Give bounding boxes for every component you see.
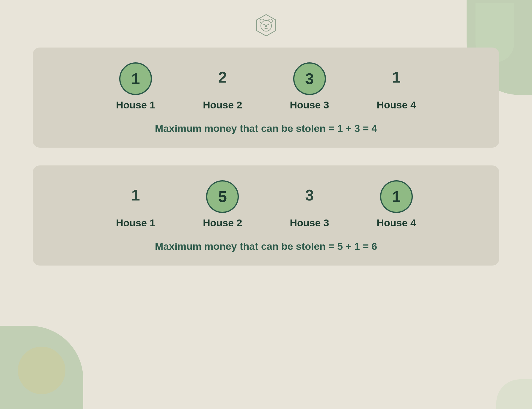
decorative-blob-bottom-right xyxy=(496,379,532,409)
house-1-card2-spacer: 1 xyxy=(119,180,152,213)
house-item-1-card2: 1 House 1 xyxy=(116,180,155,229)
house-item-4-card1: 1 House 4 xyxy=(377,62,416,111)
house-4-card1-value: 1 xyxy=(392,70,401,85)
house-3-card2-label: House 3 xyxy=(290,217,329,229)
house-4-card2-label: House 4 xyxy=(377,217,416,229)
house-1-card1-value: 1 xyxy=(131,70,140,88)
main-content: 1 House 1 2 House 2 3 House 3 xyxy=(33,48,499,266)
house-2-card1-value: 2 xyxy=(218,70,227,85)
house-1-card1-circle: 1 xyxy=(119,62,152,95)
house-4-card1-label: House 4 xyxy=(377,99,416,111)
house-2-card1-spacer: 2 xyxy=(206,62,239,95)
house-3-card1-circle: 3 xyxy=(293,62,326,95)
house-4-card1-spacer: 1 xyxy=(380,62,413,95)
card-1-equation: Maximum money that can be stolen = 1 + 3… xyxy=(51,123,481,134)
card-2-equation: Maximum money that can be stolen = 5 + 1… xyxy=(51,241,481,252)
svg-point-3 xyxy=(263,24,265,25)
house-item-2-card1: 2 House 2 xyxy=(203,62,242,111)
house-item-2-card2: 5 House 2 xyxy=(203,180,242,229)
house-2-card1-label: House 2 xyxy=(203,99,242,111)
house-1-card1-label: House 1 xyxy=(116,99,155,111)
house-3-card1-label: House 3 xyxy=(290,99,329,111)
decorative-blob-bottom-left-texture xyxy=(18,347,65,394)
svg-point-5 xyxy=(265,25,267,27)
house-3-card2-spacer: 3 xyxy=(293,180,326,213)
card-1: 1 House 1 2 House 2 3 House 3 xyxy=(33,48,499,148)
house-1-card2-label: House 1 xyxy=(116,217,155,229)
house-item-3-card2: 3 House 3 xyxy=(290,180,329,229)
house-1-card2-value: 1 xyxy=(131,187,140,203)
house-item-3-card1: 3 House 3 xyxy=(290,62,329,111)
mascot-logo xyxy=(254,13,278,37)
house-3-card2-value: 3 xyxy=(305,187,314,203)
card-2-houses-row: 1 House 1 5 House 2 3 House 3 xyxy=(51,180,481,229)
house-item-4-card2: 1 House 4 xyxy=(377,180,416,229)
house-4-card2-circle: 1 xyxy=(380,180,413,213)
house-2-card2-circle: 5 xyxy=(206,180,239,213)
house-2-card2-label: House 2 xyxy=(203,217,242,229)
house-2-card2-value: 5 xyxy=(218,188,227,206)
svg-point-4 xyxy=(267,24,269,25)
house-item-1-card1: 1 House 1 xyxy=(116,62,155,111)
house-4-card2-value: 1 xyxy=(392,188,401,206)
card-2: 1 House 1 5 House 2 3 House 3 xyxy=(33,165,499,266)
card-1-houses-row: 1 House 1 2 House 2 3 House 3 xyxy=(51,62,481,111)
house-3-card1-value: 3 xyxy=(305,70,314,88)
